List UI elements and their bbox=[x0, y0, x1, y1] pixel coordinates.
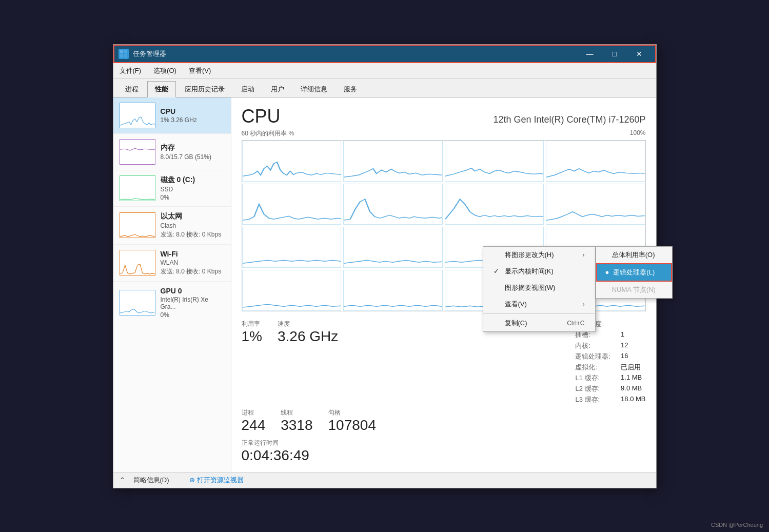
disk-sidebar-sub1: SSD bbox=[161, 186, 225, 193]
handle-block: 句柄 107804 bbox=[328, 408, 376, 434]
disk-sidebar-title: 磁盘 0 (C:) bbox=[161, 175, 225, 185]
socket-value: 1 bbox=[621, 330, 645, 340]
sidebar-item-disk[interactable]: 磁盘 0 (C:) SSD 0% bbox=[113, 170, 231, 207]
eth-sidebar-title: 以太网 bbox=[161, 212, 225, 221]
sidebar-item-cpu[interactable]: CPU 1% 3.26 GHz bbox=[113, 97, 231, 134]
monitor-link[interactable]: ⊕ 打开资源监视器 bbox=[189, 476, 244, 485]
main-content: CPU 1% 3.26 GHz 内存 8.0/15.7 GB (51%) bbox=[113, 97, 656, 472]
summary-label[interactable]: 简略信息(D) bbox=[133, 476, 169, 485]
monitor-icon: ⊕ bbox=[189, 476, 195, 484]
wifi-sidebar-sub1: WLAN bbox=[161, 259, 225, 266]
sidebar-item-gpu[interactable]: GPU 0 Intel(R) Iris(R) Xe Gra... 0% bbox=[113, 282, 231, 324]
cpu-graph-2-1 bbox=[343, 227, 443, 268]
sidebar: CPU 1% 3.26 GHz 内存 8.0/15.7 GB (51%) bbox=[113, 97, 231, 472]
ctx-check-change bbox=[494, 251, 501, 259]
tab-users[interactable]: 用户 bbox=[263, 81, 292, 97]
base-speed-value bbox=[621, 320, 645, 329]
gpu-thumbnail bbox=[120, 290, 155, 316]
logical-value: 16 bbox=[621, 352, 645, 361]
ctx-view[interactable]: 查看(V) › bbox=[483, 296, 595, 312]
close-button[interactable]: ✕ bbox=[627, 47, 651, 61]
ctx-check-copy bbox=[494, 319, 501, 327]
submenu-logical[interactable]: ● 逻辑处理器(L) bbox=[596, 263, 672, 282]
speed-label: 速度 bbox=[278, 320, 338, 328]
maximize-button[interactable]: □ bbox=[603, 47, 626, 61]
ctx-shortcut-copy: Ctrl+C bbox=[567, 320, 584, 327]
eth-sidebar-info: 以太网 Clash 发送: 8.0 接收: 0 Kbps bbox=[161, 212, 225, 239]
tab-process[interactable]: 进程 bbox=[117, 81, 146, 97]
logical-label: 逻辑处理器: bbox=[575, 352, 610, 361]
cpu-thumbnail bbox=[120, 103, 155, 128]
eth-sidebar-sub2: 发送: 8.0 接收: 0 Kbps bbox=[161, 230, 225, 239]
handle-value: 107804 bbox=[328, 417, 376, 434]
menu-options[interactable]: 选项(O) bbox=[151, 65, 179, 76]
ctx-check-summary bbox=[494, 284, 501, 291]
thread-label: 线程 bbox=[281, 408, 312, 417]
right-stats: 基准速度: 插槽: 1 内核: 12 逻辑处理器: 16 虚拟化: 已启用 L1… bbox=[575, 320, 645, 404]
ctx-divider bbox=[483, 313, 595, 314]
minimize-button[interactable]: — bbox=[578, 47, 602, 61]
ctx-graph-summary[interactable]: 图形摘要视图(W) bbox=[483, 280, 595, 296]
ctx-change-graph[interactable]: 将图形更改为(H) › bbox=[483, 247, 595, 263]
utilization-value: 1% bbox=[242, 328, 262, 345]
cpu-sidebar-sub: 1% 3.26 GHz bbox=[161, 116, 225, 124]
mem-sidebar-info: 内存 8.0/15.7 GB (51%) bbox=[161, 143, 225, 161]
submenu-bullet-logical: ● bbox=[605, 268, 609, 276]
stats-top-row: 利用率 1% 速度 3.26 GHz 基准速度: 插槽: 1 内核: 12 逻辑… bbox=[242, 320, 646, 404]
cpu-graph-1-3 bbox=[546, 184, 645, 225]
menu-bar: 文件(F) 选项(O) 查看(V) bbox=[113, 63, 656, 79]
submenu: 总体利用率(O) ● 逻辑处理器(L) NUMA 节点(N) bbox=[596, 246, 673, 299]
gpu-sidebar-sub1: Intel(R) Iris(R) Xe Gra... bbox=[161, 296, 225, 310]
monitor-label: 打开资源监视器 bbox=[197, 476, 244, 485]
cpu-graph-0-0 bbox=[242, 141, 342, 182]
utilization-block: 利用率 1% bbox=[242, 320, 262, 404]
cpu-graph-2-0 bbox=[242, 227, 342, 268]
ctx-check-view bbox=[494, 300, 501, 308]
ctx-show-kernel[interactable]: ✓ 显示内核时间(K) bbox=[483, 263, 595, 280]
sidebar-item-ethernet[interactable]: 以太网 Clash 发送: 8.0 接收: 0 Kbps bbox=[113, 207, 231, 245]
wifi-sidebar-sub2: 发送: 8.0 接收: 0 Kbps bbox=[161, 267, 225, 276]
ctx-arrow-view: › bbox=[582, 300, 584, 308]
cpu-graph-3-0 bbox=[242, 270, 342, 311]
l3-label: L3 缓存: bbox=[575, 395, 610, 404]
sidebar-item-memory[interactable]: 内存 8.0/15.7 GB (51%) bbox=[113, 134, 231, 170]
l1-label: L1 缓存: bbox=[575, 373, 610, 383]
tab-performance[interactable]: 性能 bbox=[147, 81, 176, 97]
ctx-label-copy: 复制(C) bbox=[505, 319, 555, 328]
l2-value: 9.0 MB bbox=[621, 384, 645, 393]
sidebar-item-wifi[interactable]: Wi-Fi WLAN 发送: 8.0 接收: 0 Kbps bbox=[113, 245, 231, 282]
separator bbox=[178, 476, 181, 484]
svg-rect-2 bbox=[120, 54, 123, 57]
virtual-value: 已启用 bbox=[621, 363, 645, 372]
uptime-value: 0:04:36:49 bbox=[242, 447, 646, 464]
submenu-label-numa: NUMA 节点(N) bbox=[612, 285, 656, 294]
tabs-bar: 进程 性能 应用历史记录 启动 用户 详细信息 服务 bbox=[113, 79, 656, 97]
utilization-label: 利用率 bbox=[242, 320, 262, 328]
mem-sidebar-sub: 8.0/15.7 GB (51%) bbox=[161, 153, 225, 161]
stats-bottom-row: 进程 244 线程 3318 句柄 107804 bbox=[242, 408, 646, 434]
bottom-bar: ⌃ 简略信息(D) ⊕ 打开资源监视器 bbox=[113, 472, 656, 488]
cpu-sidebar-title: CPU bbox=[161, 107, 225, 115]
l1-value: 1.1 MB bbox=[621, 373, 645, 383]
submenu-overall[interactable]: 总体利用率(O) bbox=[596, 247, 672, 263]
menu-view[interactable]: 查看(V) bbox=[187, 65, 213, 76]
detail-panel: CPU 12th Gen Intel(R) Core(TM) i7-1260P … bbox=[231, 97, 656, 472]
menu-file[interactable]: 文件(F) bbox=[117, 65, 144, 76]
tab-details[interactable]: 详细信息 bbox=[293, 81, 335, 97]
submenu-numa[interactable]: NUMA 节点(N) bbox=[596, 282, 672, 298]
uptime-label: 正常运行时间 bbox=[242, 439, 646, 447]
tab-startup[interactable]: 启动 bbox=[233, 81, 262, 97]
speed-block: 速度 3.26 GHz bbox=[278, 320, 338, 404]
wifi-sidebar-title: Wi-Fi bbox=[161, 250, 225, 258]
tab-history[interactable]: 应用历史记录 bbox=[177, 81, 232, 97]
disk-sidebar-sub2: 0% bbox=[161, 194, 225, 201]
submenu-label-overall: 总体利用率(O) bbox=[612, 250, 655, 260]
ctx-copy[interactable]: 复制(C) Ctrl+C bbox=[483, 315, 595, 331]
context-menu: 将图形更改为(H) › ✓ 显示内核时间(K) 图形摘要视图(W) 查看(V) … bbox=[483, 246, 596, 332]
cpu-sidebar-info: CPU 1% 3.26 GHz bbox=[161, 107, 225, 124]
cpu-detail-title: CPU bbox=[242, 106, 281, 127]
expand-icon: ⌃ bbox=[120, 476, 125, 484]
tab-services[interactable]: 服务 bbox=[336, 81, 365, 97]
thread-block: 线程 3318 bbox=[281, 408, 312, 434]
handle-label: 句柄 bbox=[328, 408, 376, 417]
